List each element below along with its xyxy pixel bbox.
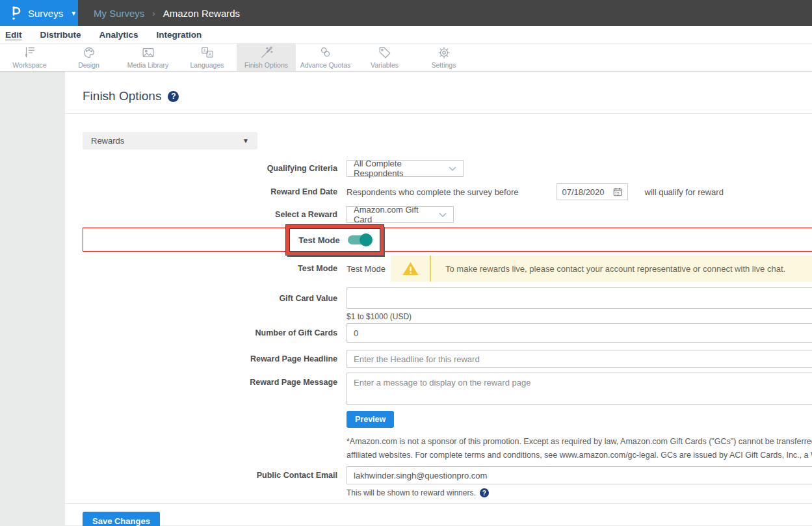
toolbar-item-languages[interactable]: x̄A Languages	[177, 44, 237, 71]
heading-divider	[65, 113, 812, 114]
select-reward-select[interactable]: Amazon.com Gift Card	[347, 206, 454, 223]
breadcrumb: My Surveys › Amazon Rewards	[78, 0, 812, 26]
gift-card-value-label: Gift Card Value	[83, 294, 337, 303]
breadcrumb-my-surveys[interactable]: My Surveys	[94, 8, 144, 19]
product-name: Surveys	[28, 8, 63, 19]
toolbar-item-design[interactable]: Design	[59, 44, 118, 71]
public-contact-email-label: Public Contact Email	[83, 471, 337, 480]
calendar-icon[interactable]	[613, 187, 622, 196]
nav-tab-analytics[interactable]: Analytics	[99, 30, 138, 40]
gift-card-value-hint: $1 to $1000 (USD)	[347, 312, 412, 321]
chain-links-icon	[319, 46, 333, 60]
nav-tab-integration[interactable]: Integration	[157, 30, 202, 40]
palette-icon	[82, 46, 96, 60]
test-mode-label: Test Mode	[83, 264, 337, 273]
amazon-disclaimer-line2: affiliated websites. For complete terms …	[347, 449, 812, 462]
toolbar-item-variables[interactable]: Variables	[355, 44, 414, 71]
breadcrumb-separator-icon: ›	[152, 8, 155, 18]
toolbar-item-settings[interactable]: Settings	[414, 44, 473, 71]
toolbar-item-media-library[interactable]: Media Library	[118, 44, 177, 71]
public-contact-email-hint: This will be shown to reward winners.	[347, 488, 476, 497]
toolbar-label: Finish Options	[244, 61, 288, 69]
svg-text:x̄: x̄	[203, 48, 206, 53]
chevron-down-icon	[439, 210, 447, 220]
test-mode-toggle[interactable]	[348, 235, 371, 244]
warning-triangle-icon	[391, 256, 431, 282]
chevron-down-icon: ▼	[70, 10, 77, 17]
toggle-knob	[360, 233, 373, 246]
content-area: Finish Options ? Rewards ▼ Qualifying Cr…	[0, 72, 812, 525]
chevron-down-icon	[449, 164, 456, 174]
rewards-dropdown[interactable]: Rewards ▼	[83, 132, 257, 150]
test-mode-warning: To make rewards live, please contact you…	[391, 256, 812, 282]
workspace-icon	[23, 46, 37, 60]
primary-nav: Edit Distribute Analytics Integration	[0, 26, 812, 44]
warning-text: To make rewards live, please contact you…	[431, 264, 785, 274]
qualifying-criteria-value: All Complete Respondents	[354, 159, 449, 178]
questionpro-logo-icon	[9, 5, 22, 21]
annotation-highlight-band: Test Mode	[83, 228, 812, 252]
toolbar-item-finish-options[interactable]: Finish Options	[237, 44, 296, 71]
toolbar-label: Workspace	[12, 61, 46, 69]
toolbar-label: Settings	[432, 61, 456, 69]
edit-toolbar: Workspace Design Media Library x̄A Langu…	[0, 44, 812, 72]
reward-page-message-textarea[interactable]	[347, 373, 812, 405]
qualifying-criteria-select[interactable]: All Complete Respondents	[347, 160, 464, 177]
reward-end-date-input[interactable]: 07/18/2020	[557, 183, 628, 200]
amazon-disclaimer-line1: *Amazon.com is not a sponsor of this pro…	[347, 435, 812, 449]
reward-page-message-label: Reward Page Message	[83, 373, 337, 387]
gear-icon	[437, 46, 451, 60]
qualifying-criteria-label: Qualifying Criteria	[83, 164, 337, 173]
toolbar-label: Variables	[371, 61, 399, 69]
select-reward-value: Amazon.com Gift Card	[354, 205, 439, 224]
reward-end-date-prefix: Respondents who complete the survey befo…	[347, 187, 519, 197]
svg-text:A: A	[208, 52, 211, 57]
gift-card-value-input[interactable]	[347, 287, 812, 309]
public-contact-email-input[interactable]	[347, 466, 812, 484]
test-mode-toggle-label: Test Mode	[298, 235, 339, 245]
help-icon[interactable]: ?	[480, 488, 489, 497]
toolbar-item-workspace[interactable]: Workspace	[0, 44, 59, 71]
finish-options-panel: Finish Options ? Rewards ▼ Qualifying Cr…	[65, 72, 812, 525]
nav-tab-edit[interactable]: Edit	[5, 30, 22, 40]
help-icon[interactable]: ?	[168, 91, 179, 102]
reward-end-date-label: Reward End Date	[83, 187, 337, 196]
toolbar-label: Advance Quotas	[300, 61, 351, 69]
toolbar-label: Languages	[190, 61, 224, 69]
surveys-product-menu[interactable]: Surveys ▼	[0, 0, 78, 26]
reward-page-headline-label: Reward Page Headline	[83, 354, 337, 363]
caret-down-icon: ▼	[242, 137, 249, 144]
reward-end-date-value: 07/18/2020	[562, 187, 605, 197]
toolbar-item-advance-quotas[interactable]: Advance Quotas	[296, 44, 355, 71]
tag-icon	[378, 46, 392, 60]
toolbar-label: Media Library	[127, 61, 169, 69]
footer-divider	[65, 503, 812, 504]
select-reward-label: Select a Reward	[83, 210, 337, 219]
top-bar: Surveys ▼ My Surveys › Amazon Rewards	[0, 0, 812, 26]
breadcrumb-current-survey: Amazon Rewards	[163, 8, 240, 19]
number-of-gift-cards-input[interactable]	[347, 323, 812, 343]
number-of-gift-cards-label: Number of Gift Cards	[83, 328, 337, 337]
save-changes-button[interactable]: Save Changes	[83, 512, 160, 526]
image-icon	[141, 46, 155, 60]
annotation-red-box: Test Mode	[286, 225, 384, 255]
nav-tab-distribute[interactable]: Distribute	[40, 30, 81, 40]
preview-button[interactable]: Preview	[347, 411, 394, 428]
page-title: Finish Options	[83, 89, 161, 103]
toolbar-label: Design	[78, 61, 99, 69]
test-mode-value: Test Mode	[347, 264, 391, 274]
rewards-dropdown-value: Rewards	[91, 136, 124, 146]
reward-end-date-suffix: will qualify for reward	[645, 187, 724, 197]
reward-page-headline-input[interactable]	[347, 350, 812, 368]
translate-icon: x̄A	[200, 46, 215, 60]
magic-wand-icon	[259, 46, 274, 60]
